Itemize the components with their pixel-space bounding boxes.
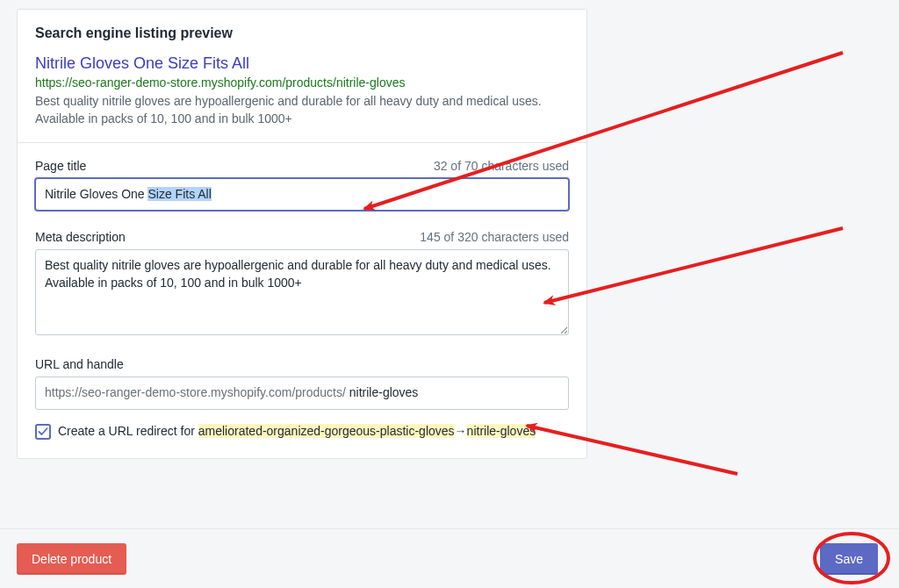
save-button[interactable]: Save	[820, 543, 878, 575]
meta-description-field: Meta description 145 of 320 characters u…	[35, 230, 569, 338]
redirect-arrow: →	[455, 424, 467, 438]
serp-title: Nitrile Gloves One Size Fits All	[35, 54, 569, 74]
page-title-input[interactable]: Nitrile Gloves One Size Fits All	[35, 178, 569, 212]
redirect-label: Create a URL redirect for ameliorated-or…	[58, 422, 536, 441]
redirect-new-handle: nitrile-gloves	[467, 424, 536, 438]
annotation-arrow-meta	[544, 228, 843, 303]
check-icon	[38, 427, 48, 437]
meta-description-label: Meta description	[35, 230, 126, 244]
redirect-row: Create a URL redirect for ameliorated-or…	[35, 422, 569, 441]
url-handle-label: URL and handle	[35, 357, 124, 371]
serp-url: https://seo-ranger-demo-store.myshopify.…	[35, 75, 569, 90]
action-bar: Delete product Save	[0, 528, 899, 588]
seo-preview-section: Search engine listing preview Nitrile Gl…	[18, 10, 586, 142]
redirect-prefix: Create a URL redirect for	[58, 424, 198, 438]
url-handle-input[interactable]: https://seo-ranger-demo-store.myshopify.…	[35, 376, 569, 410]
card-title: Search engine listing preview	[35, 25, 569, 41]
meta-description-input[interactable]	[35, 249, 569, 335]
url-handle-value: nitrile-gloves	[349, 385, 419, 399]
delete-product-button[interactable]: Delete product	[17, 543, 126, 575]
url-handle-field: URL and handle https://seo-ranger-demo-s…	[35, 357, 569, 441]
redirect-checkbox[interactable]	[35, 424, 51, 440]
seo-form-section: Page title 32 of 70 characters used Nitr…	[18, 142, 586, 458]
serp-description: Best quality nitrile gloves are hypoalle…	[35, 93, 569, 127]
page-title-value-selected: Size Fits All	[147, 187, 211, 201]
url-handle-base: https://seo-ranger-demo-store.myshopify.…	[45, 385, 349, 399]
page-title-value-prefix: Nitrile Gloves One	[45, 187, 147, 201]
page-title-label: Page title	[35, 159, 86, 173]
page-title-field: Page title 32 of 70 characters used Nitr…	[35, 159, 569, 212]
meta-description-counter: 145 of 320 characters used	[420, 230, 569, 244]
redirect-old-handle: ameliorated-organized-gorgeous-plastic-g…	[198, 424, 455, 438]
seo-card: Search engine listing preview Nitrile Gl…	[17, 9, 587, 459]
page-title-counter: 32 of 70 characters used	[434, 159, 569, 173]
